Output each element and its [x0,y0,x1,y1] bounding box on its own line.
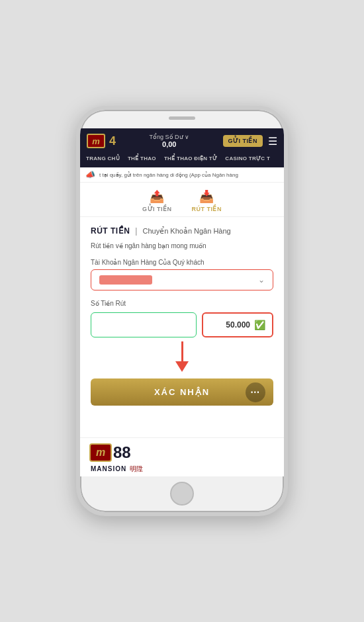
phone-frame: m 4 Tổng Số Dư ∨ 0,00 GỬI TIỀN ☰ TRANG C… [76,106,288,516]
section-divider: | [135,226,137,236]
logo-slash-icon: 4 [109,134,116,148]
chevron-down-icon: ⌄ [258,275,265,285]
form-subtitle: Rút tiền về ngân hàng bạn mong muốn [91,242,273,249]
ticker-text: t tại quầy, gửi trên ngân hàng di động (… [99,172,238,178]
amount-input-left[interactable] [91,312,197,337]
navbar-actions: GỬI TIỀN ☰ [223,135,278,148]
amount-value: 50.000 [226,320,250,330]
gui-tien-tab-icon: 📤 [150,189,164,204]
arrow-head [175,361,189,372]
arrow-container [91,341,273,372]
nav-menu: TRANG CHỦ THỂ THAO THỂ THAO ĐIỆN TỬ CASI… [80,154,284,167]
ticker-bar: 📣 t tại quầy, gửi trên ngân hàng di động… [80,167,284,183]
chinese-text: 明陞 [130,465,143,472]
nav-casino[interactable]: CASINO TRỰC T [222,154,273,163]
bottom-logo-m-icon: m [96,447,105,459]
bottom-mansion-row: MANSION 明陞 [89,462,143,474]
bottom-88: 88 [113,443,131,462]
confirm-button[interactable]: XÁC NHẬN ⋯ [91,378,273,406]
balance-info: Tổng Số Dư ∨ 0,00 [150,134,190,148]
tab-gui-tien[interactable]: 📤 GỬI TIỀN [142,189,172,212]
tab-rut-tien[interactable]: 📥 RÚT TIỀN [192,189,222,212]
bottom-logo-box: m [89,443,112,462]
rut-tien-tab-label: RÚT TIỀN [192,206,222,212]
logo: m 4 [87,134,116,148]
navbar: m 4 Tổng Số Dư ∨ 0,00 GỬI TIỀN ☰ [80,128,284,154]
phone-screen: m 4 Tổng Số Dư ∨ 0,00 GỬI TIỀN ☰ TRANG C… [80,128,284,476]
logo-box: m [87,134,105,148]
section-sub-title: Chuyển Khoản Ngân Hàng [142,227,230,236]
balance-label: Tổng Số Dư ∨ [150,134,190,140]
bank-label: Tài Khoản Ngân Hàng Của Quý khách [91,259,273,266]
rut-tien-tab-icon: 📥 [199,189,214,204]
gui-tien-button[interactable]: GỬI TIỀN [223,135,263,147]
announcement-icon: 📣 [85,170,95,179]
bank-value-redacted [99,275,152,285]
nav-trang-chu[interactable]: TRANG CHỦ [83,154,123,163]
more-options-icon[interactable]: ⋯ [246,382,265,402]
amount-input-right[interactable]: 50.000 ✅ [202,312,273,337]
hamburger-icon[interactable]: ☰ [268,135,277,148]
deposit-tabs: 📤 GỬI TIỀN 📥 RÚT TIỀN [80,183,284,217]
gui-tien-tab-label: GỬI TIỀN [142,206,172,212]
red-arrow-icon [175,341,189,372]
bottom-logo: m 88 MANSION 明陞 [80,437,284,476]
mansion-text: MANSION [91,465,126,472]
nav-the-thao-dien-tu[interactable]: THỂ THAO ĐIỆN TỬ [161,154,220,163]
section-title: RÚT TIỀN | Chuyển Khoản Ngân Hàng [91,226,273,236]
section-main-title: RÚT TIỀN [91,226,130,236]
phone-home-button[interactable] [170,482,194,506]
bank-account-select[interactable]: ⌄ [91,269,273,290]
main-content: RÚT TIỀN | Chuyển Khoản Ngân Hàng Rút ti… [80,217,284,437]
bottom-logo-row: m 88 [89,443,131,462]
arrow-line [181,341,183,361]
logo-m-icon: m [92,136,100,146]
confirm-button-label: XÁC NHẬN [154,387,210,397]
amount-label: Số Tiền Rút [91,300,273,307]
phone-speaker [169,116,195,120]
check-icon: ✅ [254,320,265,330]
amount-inputs-row: 50.000 ✅ [91,312,273,337]
nav-the-thao[interactable]: THỂ THAO [124,154,159,163]
balance-amount: 0,00 [150,140,190,148]
